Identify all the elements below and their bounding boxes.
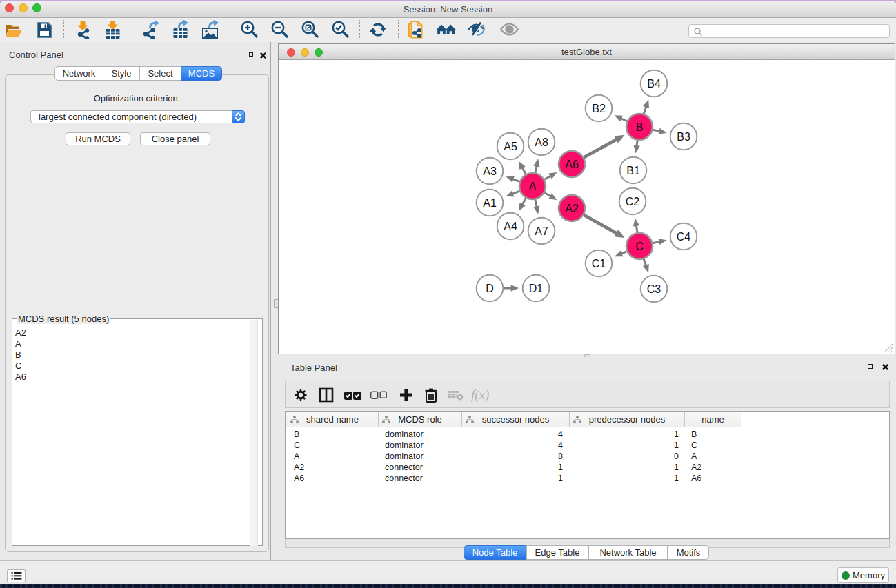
svg-text:C: C <box>635 241 644 252</box>
svg-text:C3: C3 <box>647 283 661 295</box>
svg-text:B1: B1 <box>626 165 640 176</box>
svg-text:A: A <box>529 181 537 192</box>
svg-text:A7: A7 <box>535 225 548 237</box>
svg-text:C1: C1 <box>592 258 606 270</box>
svg-text:B2: B2 <box>592 103 606 114</box>
svg-text:B4: B4 <box>647 78 661 90</box>
svg-text:C4: C4 <box>677 231 691 243</box>
svg-text:D1: D1 <box>529 283 544 294</box>
svg-text:A1: A1 <box>483 197 497 209</box>
svg-text:A6: A6 <box>565 159 579 170</box>
svg-text:A4: A4 <box>504 221 517 232</box>
svg-text:B: B <box>636 121 644 133</box>
svg-text:A5: A5 <box>504 141 517 152</box>
svg-text:A2: A2 <box>565 203 579 214</box>
svg-text:C2: C2 <box>626 196 640 207</box>
svg-text:B3: B3 <box>677 131 690 143</box>
svg-text:A3: A3 <box>483 165 497 177</box>
svg-text:D: D <box>486 283 494 294</box>
svg-text:A8: A8 <box>535 136 548 148</box>
